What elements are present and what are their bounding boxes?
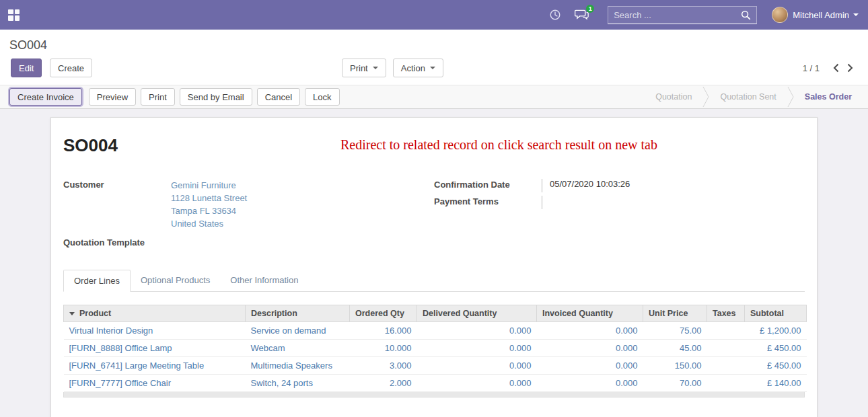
- cell-subtotal[interactable]: £ 1,200.00: [745, 322, 807, 340]
- pager-previous-icon[interactable]: [829, 62, 843, 74]
- user-name: Mitchell Admin: [793, 10, 849, 20]
- status-step-quotation[interactable]: Quotation: [645, 92, 702, 102]
- cell-taxes[interactable]: [707, 322, 745, 340]
- activities-clock-icon[interactable]: [549, 9, 561, 21]
- send-by-email-button[interactable]: Send by Email: [180, 88, 252, 106]
- column-header-label: Product: [79, 309, 111, 318]
- customer-value[interactable]: Gemini Furniture 1128 Lunetta Street Tam…: [171, 179, 434, 230]
- table-row[interactable]: Virtual Interior Design Service on deman…: [64, 322, 807, 340]
- column-header-subtotal[interactable]: Subtotal: [745, 305, 807, 322]
- cell-description[interactable]: Webcam: [246, 340, 350, 357]
- table-row[interactable]: [FURN_7777] Office Chair Switch, 24 port…: [64, 375, 807, 392]
- cell-description[interactable]: Switch, 24 ports: [246, 375, 350, 392]
- edit-button[interactable]: Edit: [11, 59, 42, 77]
- print-button[interactable]: Print: [141, 88, 175, 106]
- create-invoice-button[interactable]: Create Invoice: [9, 88, 82, 106]
- tab-other-information[interactable]: Other Information: [220, 270, 308, 291]
- breadcrumb: SO004: [9, 38, 47, 52]
- quotation-template-label: Quotation Template: [63, 237, 171, 248]
- preview-button[interactable]: Preview: [89, 88, 136, 106]
- cell-invoiced-qty[interactable]: 0.000: [537, 322, 643, 340]
- avatar: [772, 7, 788, 23]
- cell-description[interactable]: Multimedia Speakers: [246, 357, 350, 375]
- global-search-box: [608, 6, 757, 24]
- user-menu[interactable]: Mitchell Admin: [772, 7, 859, 23]
- confirmation-date-label: Confirmation Date: [434, 179, 542, 192]
- quotation-template-value: [171, 237, 434, 248]
- customer-name-link[interactable]: Gemini Furniture: [171, 179, 434, 192]
- column-header-unit-price[interactable]: Unit Price: [643, 305, 707, 322]
- customer-country[interactable]: United States: [171, 217, 434, 230]
- cell-taxes[interactable]: [707, 357, 745, 375]
- status-step-sales-order[interactable]: Sales Order: [794, 92, 863, 102]
- messages-icon[interactable]: 1: [575, 9, 589, 21]
- cell-invoiced-qty[interactable]: 0.000: [537, 340, 643, 357]
- print-menu-label: Print: [350, 63, 368, 73]
- pager-count: 1 / 1: [803, 63, 820, 73]
- cell-subtotal[interactable]: £ 450.00: [745, 340, 807, 357]
- cell-taxes[interactable]: [707, 375, 745, 392]
- statusbar: Create Invoice Preview Print Send by Ema…: [0, 85, 868, 109]
- action-menu-label: Action: [401, 63, 425, 73]
- customer-street[interactable]: 1128 Lunetta Street: [171, 192, 434, 204]
- chevron-down-icon: [430, 67, 435, 69]
- annotation-text: Redirect to related record on click sear…: [340, 137, 657, 153]
- sort-caret-icon: [69, 312, 75, 315]
- cell-taxes[interactable]: [707, 340, 745, 357]
- cell-product[interactable]: Virtual Interior Design: [64, 322, 246, 340]
- create-button[interactable]: Create: [50, 59, 92, 77]
- search-icon[interactable]: [738, 10, 756, 20]
- cell-delivered-qty[interactable]: 0.000: [417, 357, 537, 375]
- column-header-taxes[interactable]: Taxes: [707, 305, 745, 322]
- column-header-product[interactable]: Product: [64, 305, 246, 322]
- cell-product[interactable]: [FURN_8888] Office Lamp: [64, 340, 246, 357]
- cell-product[interactable]: [FURN_6741] Large Meeting Table: [64, 357, 246, 375]
- cell-invoiced-qty[interactable]: 0.000: [537, 375, 643, 392]
- tab-optional-products[interactable]: Optional Products: [131, 270, 220, 291]
- search-input[interactable]: [608, 10, 738, 20]
- cancel-button[interactable]: Cancel: [257, 88, 300, 106]
- cell-unit-price[interactable]: 75.00: [643, 322, 707, 340]
- column-header-invoiced-quantity[interactable]: Invoiced Quantity: [537, 305, 643, 322]
- status-step-quotation-sent[interactable]: Quotation Sent: [709, 92, 787, 102]
- chevron-down-icon: [853, 13, 859, 16]
- notebook-tabs: Order Lines Optional Products Other Info…: [63, 270, 805, 292]
- apps-menu-icon[interactable]: [8, 9, 20, 21]
- cell-delivered-qty[interactable]: 0.000: [417, 340, 537, 357]
- column-header-ordered-qty[interactable]: Ordered Qty: [350, 305, 417, 322]
- payment-terms-value: [542, 196, 805, 209]
- cell-delivered-qty[interactable]: 0.000: [417, 375, 537, 392]
- action-menu-button[interactable]: Action: [393, 59, 443, 77]
- cell-invoiced-qty[interactable]: 0.000: [537, 357, 643, 375]
- pager-next-icon[interactable]: [843, 62, 857, 74]
- cell-ordered-qty[interactable]: 2.000: [350, 375, 417, 392]
- cell-subtotal[interactable]: £ 140.00: [745, 375, 807, 392]
- cell-subtotal[interactable]: £ 450.00: [745, 357, 807, 375]
- cell-unit-price[interactable]: 45.00: [643, 340, 707, 357]
- confirmation-date-value: 05/07/2020 10:03:26: [542, 179, 805, 192]
- cell-delivered-qty[interactable]: 0.000: [417, 322, 537, 340]
- top-navbar: 1 Mitchell Admin: [0, 0, 868, 30]
- table-row[interactable]: [FURN_8888] Office Lamp Webcam 10.000 0.…: [64, 340, 807, 357]
- customer-city[interactable]: Tampa FL 33634: [171, 204, 434, 217]
- breadcrumb-bar: SO004: [0, 30, 868, 54]
- lock-button[interactable]: Lock: [305, 88, 339, 106]
- cell-product[interactable]: [FURN_7777] Office Chair: [64, 375, 246, 392]
- pager: 1 / 1: [803, 62, 857, 74]
- column-header-delivered-quantity[interactable]: Delivered Quantity: [417, 305, 537, 322]
- column-header-description[interactable]: Description: [246, 305, 350, 322]
- cell-unit-price[interactable]: 150.00: [643, 357, 707, 375]
- cell-ordered-qty[interactable]: 10.000: [350, 340, 417, 357]
- sales-order-sheet: SO004 Redirect to related record on clic…: [50, 117, 818, 417]
- cell-unit-price[interactable]: 70.00: [643, 375, 707, 392]
- cell-ordered-qty[interactable]: 16.000: [350, 322, 417, 340]
- table-footer-strip: [63, 392, 805, 397]
- step-separator-icon: [787, 85, 794, 108]
- print-menu-button[interactable]: Print: [342, 59, 386, 77]
- table-row[interactable]: [FURN_6741] Large Meeting Table Multimed…: [64, 357, 807, 375]
- tab-order-lines[interactable]: Order Lines: [63, 270, 131, 292]
- payment-terms-label: Payment Terms: [434, 196, 542, 209]
- cell-ordered-qty[interactable]: 3.000: [350, 357, 417, 375]
- cell-description[interactable]: Service on demand: [246, 322, 350, 340]
- chevron-down-icon: [373, 67, 378, 69]
